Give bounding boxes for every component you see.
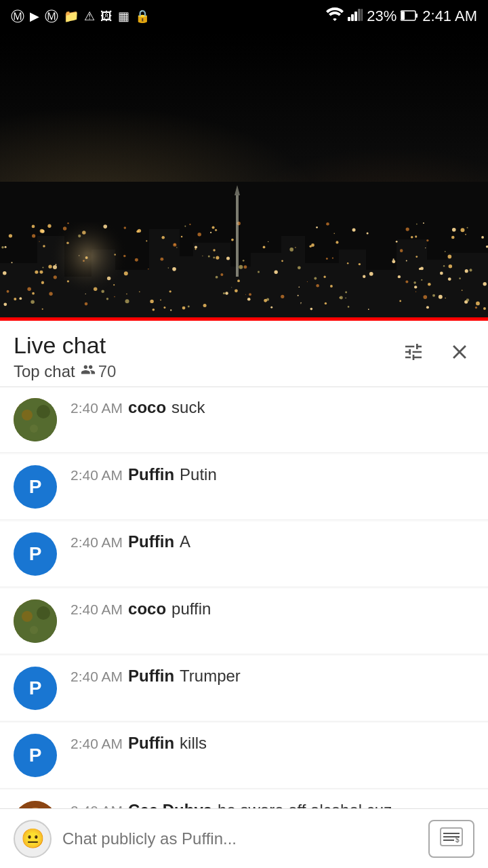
status-info: 23% 2:41 AM bbox=[326, 7, 477, 25]
folder-icon: 📁 bbox=[64, 9, 79, 24]
chat-time: 2:40 AM bbox=[70, 400, 123, 416]
svg-rect-6 bbox=[401, 12, 405, 20]
warning-icon: ⚠ bbox=[84, 9, 95, 24]
lock-icon: 🔒 bbox=[135, 9, 150, 24]
chat-time: 2:40 AM bbox=[70, 669, 123, 685]
svg-point-12 bbox=[14, 599, 57, 643]
chat-username: coco bbox=[128, 398, 166, 417]
viewer-number: 70 bbox=[98, 362, 117, 381]
svg-rect-1 bbox=[351, 14, 354, 21]
send-icon: $ bbox=[439, 827, 464, 851]
adjust-button[interactable] bbox=[399, 337, 428, 367]
chat-username: coco bbox=[128, 599, 166, 618]
chat-content: 2:40 AM coco puffin bbox=[70, 599, 474, 618]
chat-content: 2:40 AM Puffin Trumper bbox=[70, 667, 474, 686]
chat-time: 2:40 AM bbox=[70, 534, 123, 551]
chat-username: Puffin bbox=[128, 532, 174, 551]
wifi-icon bbox=[326, 7, 344, 25]
chat-input[interactable] bbox=[62, 829, 418, 848]
chat-text: Trumper bbox=[180, 667, 241, 686]
emoji-button[interactable]: 😐 bbox=[14, 820, 52, 858]
signal-icon bbox=[348, 7, 363, 25]
svg-rect-4 bbox=[361, 9, 363, 21]
battery-percent: 23% bbox=[367, 7, 396, 25]
chat-text: Putin bbox=[180, 465, 217, 484]
chat-content: 2:40 AM Puffin A bbox=[70, 532, 474, 551]
chat-input-area: 😐 $ bbox=[0, 808, 488, 868]
chat-message: P 2:40 AM Puffin kills bbox=[0, 723, 488, 789]
svg-rect-3 bbox=[358, 9, 361, 21]
svg-point-11 bbox=[30, 425, 38, 433]
chat-content: 2:40 AM coco suck bbox=[70, 398, 474, 417]
chat-list: 2:40 AM coco suck P 2:40 AM Puffin Putin… bbox=[0, 387, 488, 868]
app-icon-m: Ⓜ bbox=[11, 7, 24, 26]
viewer-count-area: 70 bbox=[81, 362, 117, 381]
top-chat-label: Top chat bbox=[14, 362, 75, 381]
grid-icon: ▦ bbox=[118, 9, 129, 24]
avatar: P bbox=[14, 465, 57, 509]
svg-point-10 bbox=[37, 405, 50, 418]
image-icon: 🖼 bbox=[100, 9, 113, 24]
svg-rect-0 bbox=[348, 17, 350, 21]
chat-text: kills bbox=[180, 734, 207, 753]
svg-point-8 bbox=[14, 398, 57, 441]
chat-time: 2:40 AM bbox=[70, 467, 123, 484]
close-button[interactable] bbox=[445, 337, 474, 367]
avatar: P bbox=[14, 667, 57, 710]
chat-username: Puffin bbox=[128, 734, 174, 753]
chat-time: 2:40 AM bbox=[70, 736, 123, 752]
chat-content: 2:40 AM Puffin Putin bbox=[70, 465, 474, 484]
chat-message: 2:40 AM coco puffin bbox=[0, 589, 488, 654]
status-icons: Ⓜ ▶ Ⓜ 📁 ⚠ 🖼 ▦ 🔒 bbox=[11, 7, 150, 26]
chat-time: 2:40 AM bbox=[70, 601, 123, 618]
chat-text: puffin bbox=[171, 599, 211, 618]
chat-username: Puffin bbox=[128, 667, 174, 686]
emoji-icon: 😐 bbox=[21, 827, 45, 850]
avatar: P bbox=[14, 734, 57, 777]
chat-text: A bbox=[180, 532, 190, 551]
svg-point-9 bbox=[22, 410, 33, 420]
live-chat-header: Live chat Top chat 70 bbox=[0, 321, 488, 387]
chat-message: P 2:40 AM Puffin Trumper bbox=[0, 656, 488, 722]
svg-point-13 bbox=[22, 611, 33, 622]
chat-content: 2:40 AM Puffin kills bbox=[70, 734, 474, 753]
video-player[interactable] bbox=[0, 33, 488, 317]
svg-rect-7 bbox=[415, 14, 418, 18]
svg-point-15 bbox=[30, 626, 38, 634]
live-chat-title: Live chat bbox=[14, 332, 116, 359]
avatar: P bbox=[14, 532, 57, 576]
svg-text:$: $ bbox=[455, 836, 460, 844]
chat-username: Puffin bbox=[128, 465, 174, 484]
time: 2:41 AM bbox=[422, 7, 477, 25]
battery-icon bbox=[401, 7, 418, 25]
youtube-icon: ▶ bbox=[30, 9, 39, 24]
chat-message: P 2:40 AM Puffin A bbox=[0, 521, 488, 587]
status-bar: Ⓜ ▶ Ⓜ 📁 ⚠ 🖼 ▦ 🔒 23% bbox=[0, 0, 488, 33]
chat-message: 2:40 AM coco suck bbox=[0, 387, 488, 453]
person-icon bbox=[81, 362, 96, 381]
chat-message: P 2:40 AM Puffin Putin bbox=[0, 454, 488, 520]
svg-point-14 bbox=[37, 606, 50, 620]
app-icon-m2: Ⓜ bbox=[45, 7, 58, 26]
avatar bbox=[14, 398, 57, 441]
svg-rect-2 bbox=[354, 12, 357, 21]
avatar bbox=[14, 599, 57, 643]
send-button[interactable]: $ bbox=[428, 820, 474, 858]
chat-text: suck bbox=[171, 398, 205, 417]
